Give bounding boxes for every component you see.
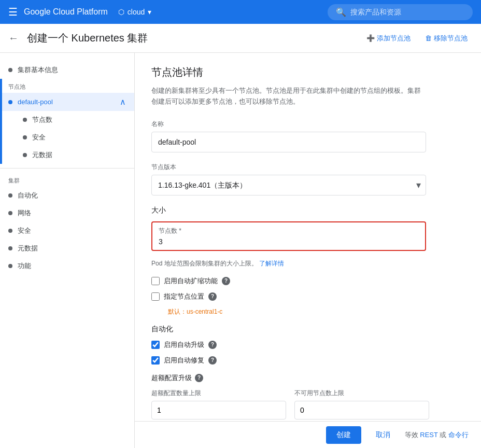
sidebar-item-features[interactable]: 功能 [0, 257, 134, 275]
pool-sub-items: 节点数 安全 元数据 [0, 111, 134, 164]
specify-location-label: 指定节点位置 [164, 292, 204, 301]
sidebar-item-automation[interactable]: 自动化 [0, 187, 134, 204]
header-actions: ➕ 添加节点池 🗑 移除节点池 [361, 31, 473, 46]
section-description: 创建的新集群将至少具有一个节点池。节点池是用于在此集群中创建的节点组的模板。集群… [151, 86, 421, 107]
automation-label: 自动化 [18, 191, 38, 200]
node-count-group: 节点数 * [151, 221, 426, 251]
sub-dot-icon [23, 118, 27, 122]
menu-icon[interactable]: ☰ [8, 6, 18, 18]
dot-icon [8, 211, 12, 215]
sidebar-item-metadata-cluster[interactable]: 元数据 [0, 240, 134, 257]
create-button[interactable]: 创建 [326, 426, 361, 444]
max-overprovisioning-field: 超额配置数量上限 [151, 389, 286, 419]
main-layout: 集群基本信息 节点池 default-pool ∧ 节点数 安全 [0, 53, 481, 448]
search-bar[interactable]: 🔍 [328, 4, 473, 20]
auto-repair-label: 启用自动修复 [164, 356, 204, 365]
sidebar-item-security-pool[interactable]: 安全 [10, 129, 134, 146]
sidebar-item-security-cluster[interactable]: 安全 [0, 222, 134, 240]
unavailable-nodes-field: 不可用节点数上限 [294, 389, 429, 419]
sidebar-label-cluster-basic: 集群基本信息 [18, 65, 58, 75]
project-chevron-icon: ▾ [148, 8, 151, 16]
sidebar-item-node-count[interactable]: 节点数 [10, 111, 134, 129]
automation-section: 自动化 启用自动升级 ? 启用自动修复 ? [151, 325, 464, 365]
unavailable-nodes-input[interactable] [294, 401, 429, 419]
dot-icon [8, 193, 12, 198]
chevron-up-icon: ∧ [120, 97, 126, 107]
size-label: 大小 [151, 206, 464, 215]
sidebar-item-default-pool[interactable]: default-pool ∧ [0, 93, 134, 111]
max-overprovisioning-input[interactable] [151, 401, 286, 419]
network-label: 网络 [18, 208, 31, 218]
delete-icon: 🗑 [425, 34, 432, 42]
auto-repair-help-icon[interactable]: ? [208, 356, 217, 365]
top-nav: ☰ Google Cloud Platform ⬡ cloud ▾ 🔍 [0, 0, 481, 24]
info-text: Pod 地址范围会限制集群的大小上限。 了解详情 [151, 259, 464, 268]
overprovisioning-fields: 超额配置数量上限 不可用节点数上限 [151, 389, 464, 419]
section-title: 节点池详情 [151, 65, 464, 79]
sub-dot-icon [23, 135, 27, 139]
auto-repair-checkbox[interactable] [151, 356, 160, 365]
remove-pool-button[interactable]: 🗑 移除节点池 [420, 31, 473, 46]
metadata-cluster-label: 元数据 [18, 244, 38, 253]
autoscaling-label: 启用自动扩缩功能 [164, 276, 218, 286]
autoscaling-help-icon[interactable]: ? [222, 277, 230, 285]
version-field-group: 节点版本 1.16.13-gke.401（主版本） ▾ [151, 163, 464, 195]
auto-upgrade-row: 启用自动升级 ? [151, 340, 464, 349]
auto-upgrade-help-icon[interactable]: ? [208, 341, 217, 349]
remove-pool-label: 移除节点池 [434, 34, 468, 43]
node-count-input[interactable] [159, 237, 419, 246]
name-input[interactable] [151, 132, 426, 152]
automation-title: 自动化 [151, 325, 464, 334]
project-icon: ⬡ [118, 8, 124, 16]
default-pool-label: default-pool [18, 98, 53, 106]
project-selector[interactable]: ⬡ cloud ▾ [118, 8, 151, 16]
rest-link[interactable]: REST [420, 431, 437, 439]
add-pool-button[interactable]: ➕ 添加节点池 [361, 31, 416, 46]
cmd-link[interactable]: 命令行 [448, 431, 469, 439]
add-icon: ➕ [366, 34, 375, 42]
unavailable-nodes-label: 不可用节点数上限 [294, 389, 429, 398]
location-help-icon[interactable]: ? [208, 292, 217, 301]
metadata-pool-label: 元数据 [32, 150, 52, 160]
footer-links: 等效 REST 或 命令行 [405, 430, 469, 440]
security-pool-label: 安全 [32, 133, 46, 142]
search-icon: 🔍 [336, 7, 346, 17]
auto-upgrade-label: 启用自动升级 [164, 340, 204, 349]
default-location-text: 默认：us-central1-c [168, 307, 464, 316]
sub-dot-icon [23, 153, 27, 157]
pool-dot-icon [8, 100, 12, 104]
back-button[interactable]: ← [8, 32, 19, 44]
sidebar: 集群基本信息 节点池 default-pool ∧ 节点数 安全 [0, 53, 135, 448]
version-select-wrapper: 1.16.13-gke.401（主版本） ▾ [151, 175, 426, 195]
cancel-button[interactable]: 取消 [367, 426, 399, 444]
security-cluster-label: 安全 [18, 226, 31, 235]
overprovisioning-title: 超额配置升级 ? [151, 373, 464, 383]
app-title: Google Cloud Platform [24, 7, 108, 17]
overprovisioning-section: 超额配置升级 ? 超额配置数量上限 不可用节点数上限 [151, 373, 464, 419]
auto-upgrade-checkbox[interactable] [151, 341, 160, 349]
footer: 创建 取消 等效 REST 或 命令行 [135, 421, 481, 448]
name-field-group: 名称 [151, 120, 464, 152]
sidebar-section-cluster: 集群 [0, 173, 134, 187]
learn-more-link[interactable]: 了解详情 [259, 260, 284, 267]
sidebar-divider [0, 168, 134, 169]
page-title: 创建一个 Kubernetes 集群 [27, 31, 353, 45]
overprovisioning-help-icon[interactable]: ? [195, 374, 203, 382]
sidebar-item-metadata-pool[interactable]: 元数据 [10, 146, 134, 164]
search-input[interactable] [350, 8, 464, 16]
autoscaling-checkbox[interactable] [151, 277, 160, 285]
sidebar-item-network[interactable]: 网络 [0, 204, 134, 222]
dot-icon [8, 264, 12, 268]
sidebar-section-pool: 节点池 [0, 79, 134, 93]
specify-location-checkbox[interactable] [151, 292, 160, 301]
sidebar-item-cluster-basic[interactable]: 集群基本信息 [0, 61, 134, 79]
version-select[interactable]: 1.16.13-gke.401（主版本） [151, 175, 426, 195]
name-label: 名称 [151, 120, 464, 129]
dot-icon [8, 68, 12, 72]
features-label: 功能 [18, 261, 31, 271]
size-section: 大小 节点数 * [151, 206, 464, 251]
specify-location-row: 指定节点位置 ? [151, 292, 464, 301]
dot-icon [8, 246, 12, 250]
autoscaling-row: 启用自动扩缩功能 ? [151, 276, 464, 286]
add-pool-label: 添加节点池 [377, 34, 411, 43]
